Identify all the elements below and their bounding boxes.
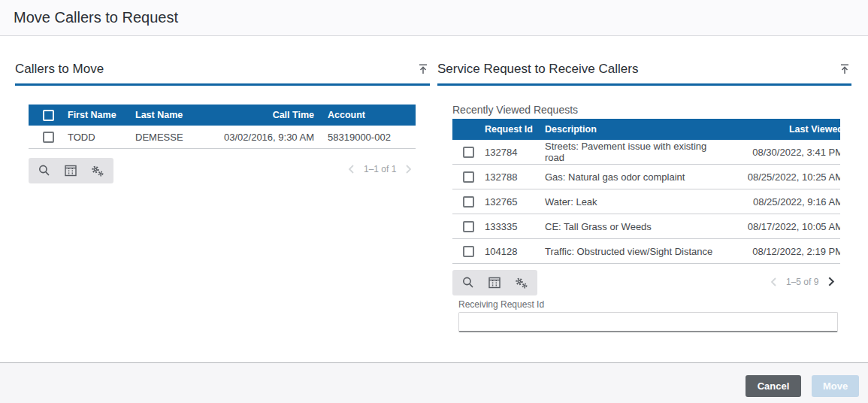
column-chooser-button[interactable] (64, 164, 77, 177)
move-callers-dialog: Move Callers to Request Callers to Move … (0, 0, 868, 403)
column-header-call-time[interactable]: Call Time (224, 110, 314, 120)
callers-table-toolbar (29, 158, 113, 183)
callers-page-range: 1–1 of 1 (364, 164, 396, 174)
requests-page-range: 1–5 of 9 (786, 277, 818, 287)
request-row-checkbox[interactable] (463, 246, 474, 257)
table-grid-icon (488, 276, 501, 289)
requests-pagination: 1–5 of 9 (770, 276, 836, 287)
request-row[interactable]: 133335 CE: Tall Grass or Weeds 08/17/202… (452, 214, 840, 239)
search-button[interactable] (38, 164, 51, 177)
service-request-panel-header: Service Request to Receive Callers (437, 54, 851, 86)
service-request-panel-title: Service Request to Receive Callers (437, 62, 638, 77)
callers-panel-title: Callers to Move (15, 62, 104, 77)
collapse-up-icon (416, 62, 430, 76)
requests-table-toolbar (452, 270, 537, 295)
request-last-viewed: 08/17/2022, 10:05 AM (723, 221, 840, 232)
requests-table: Request Id Description Last Viewed 13278… (452, 119, 840, 264)
collapse-up-icon (838, 62, 851, 76)
column-header-last-viewed[interactable]: Last Viewed (723, 124, 840, 135)
dialog-titlebar: Move Callers to Request (0, 0, 868, 36)
callers-pagination: 1–1 of 1 (347, 164, 413, 174)
cancel-button[interactable]: Cancel (746, 375, 801, 397)
request-row[interactable]: 132765 Water: Leak 08/25/2022, 9:16 AM (452, 189, 840, 214)
chevron-right-icon (404, 164, 413, 174)
request-last-viewed: 08/25/2022, 9:16 AM (723, 196, 840, 208)
chevron-left-icon (770, 277, 778, 287)
requests-table-header: Request Id Description Last Viewed (452, 119, 840, 140)
request-row-checkbox[interactable] (463, 196, 474, 208)
service-request-panel-collapse-button[interactable] (838, 62, 851, 76)
receiving-request-id-label: Receiving Request Id (458, 299, 544, 310)
request-last-viewed: 08/30/2022, 3:41 PM (723, 147, 840, 158)
receiving-request-id-input[interactable] (458, 312, 838, 332)
settings-button[interactable] (514, 276, 528, 289)
page-title: Move Callers to Request (14, 9, 178, 26)
caller-call-time: 03/02/2016, 9:30 AM (224, 132, 314, 143)
column-header-description[interactable]: Description (545, 124, 723, 135)
move-button[interactable]: Move (812, 375, 859, 397)
requests-prev-page-button[interactable] (770, 277, 778, 287)
column-header-first-name[interactable]: First Name (68, 110, 135, 120)
column-header-request-id[interactable]: Request Id (485, 124, 545, 135)
request-last-viewed: 08/12/2022, 2:19 PM (723, 246, 840, 257)
table-grid-icon (64, 164, 77, 177)
request-id: 132784 (485, 147, 545, 158)
select-all-callers-checkbox[interactable] (43, 110, 54, 121)
caller-account: 58319000-002 (314, 132, 416, 143)
request-description: CE: Tall Grass or Weeds (545, 221, 723, 232)
request-row-checkbox[interactable] (463, 221, 474, 232)
request-row[interactable]: 104128 Traffic: Obstructed view/Sight Di… (452, 239, 840, 264)
column-header-last-name[interactable]: Last Name (135, 110, 224, 120)
request-row[interactable]: 132784 Streets: Pavement issue with exis… (452, 140, 840, 165)
search-button[interactable] (461, 276, 475, 289)
callers-prev-page-button[interactable] (347, 164, 355, 174)
request-description: Water: Leak (545, 196, 723, 208)
request-row-checkbox[interactable] (463, 171, 474, 183)
request-description: Traffic: Obstructed view/Sight Distance (545, 246, 723, 257)
column-chooser-button[interactable] (488, 276, 501, 289)
callers-panel-collapse-button[interactable] (416, 62, 430, 76)
caller-row-checkbox[interactable] (43, 132, 54, 143)
requests-next-page-button[interactable] (827, 276, 836, 287)
callers-table: First Name Last Name Call Time Account T… (29, 105, 416, 149)
request-id: 132788 (485, 171, 545, 183)
dialog-footer: Cancel Move (0, 362, 868, 403)
request-row-checkbox[interactable] (463, 147, 474, 158)
request-id: 132765 (485, 196, 545, 208)
callers-next-page-button[interactable] (404, 164, 413, 174)
caller-last-name: DEMESSE (135, 132, 224, 143)
gears-icon (514, 276, 528, 289)
chevron-left-icon (347, 164, 355, 174)
request-last-viewed: 08/25/2022, 10:25 AM (723, 171, 840, 183)
caller-first-name: TODD (68, 132, 135, 143)
recently-viewed-label: Recently Viewed Requests (452, 104, 578, 116)
request-description: Streets: Pavement issue with existing ro… (545, 141, 723, 163)
callers-panel-header: Callers to Move (15, 54, 430, 86)
search-icon (461, 276, 475, 289)
request-description: Gas: Natural gas odor complaint (545, 171, 723, 183)
caller-row[interactable]: TODD DEMESSE 03/02/2016, 9:30 AM 5831900… (29, 126, 416, 149)
request-row[interactable]: 132788 Gas: Natural gas odor complaint 0… (452, 165, 840, 189)
request-id: 133335 (485, 221, 545, 232)
request-id: 104128 (485, 246, 545, 257)
settings-button[interactable] (90, 164, 104, 177)
chevron-right-icon (827, 276, 836, 287)
column-header-account[interactable]: Account (314, 110, 416, 120)
gears-icon (90, 164, 104, 177)
search-icon (38, 164, 51, 177)
callers-table-header: First Name Last Name Call Time Account (29, 105, 416, 126)
